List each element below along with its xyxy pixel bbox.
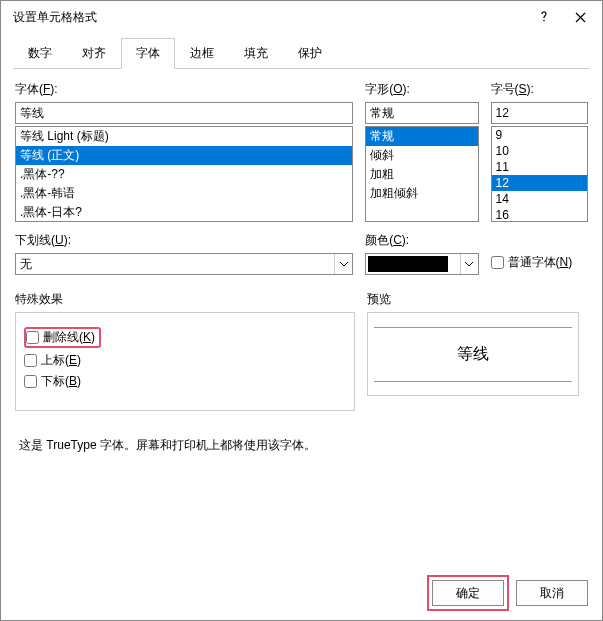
size-input[interactable]	[491, 102, 588, 124]
subscript-label: 下标(B)	[41, 373, 81, 390]
preview-title: 预览	[367, 291, 588, 308]
list-item[interactable]: 14	[492, 191, 587, 207]
color-select[interactable]	[365, 253, 478, 275]
subscript-row[interactable]: 下标(B)	[24, 373, 346, 390]
size-listbox[interactable]: 9 10 11 12 14 16	[491, 126, 588, 222]
tab-number[interactable]: 数字	[13, 38, 67, 69]
superscript-label: 上标(E)	[41, 352, 81, 369]
tab-font[interactable]: 字体	[121, 38, 175, 69]
subscript-checkbox[interactable]	[24, 375, 37, 388]
list-item[interactable]: 10	[492, 143, 587, 159]
list-item[interactable]: 9	[492, 127, 587, 143]
preview-box: 等线	[367, 312, 579, 396]
strikethrough-label: 删除线(K)	[43, 329, 95, 346]
underline-label: 下划线(U):	[15, 232, 353, 249]
effects-title: 特殊效果	[15, 291, 355, 308]
tab-align[interactable]: 对齐	[67, 38, 121, 69]
list-item[interactable]: .黑体-韩语	[16, 184, 352, 203]
list-item[interactable]: 等线 Light (标题)	[16, 127, 352, 146]
help-button[interactable]	[526, 3, 562, 31]
tab-protect[interactable]: 保护	[283, 38, 337, 69]
style-label: 字形(O):	[365, 81, 478, 98]
list-item[interactable]: 加粗	[366, 165, 477, 184]
superscript-checkbox[interactable]	[24, 354, 37, 367]
ok-button[interactable]: 确定	[432, 580, 504, 606]
svg-point-0	[543, 20, 545, 22]
list-item[interactable]: 12	[492, 175, 587, 191]
list-item[interactable]: 倾斜	[366, 146, 477, 165]
normal-font-label: 普通字体(N)	[508, 254, 573, 271]
tab-strip: 数字 对齐 字体 边框 填充 保护	[13, 37, 590, 69]
style-listbox[interactable]: 常规 倾斜 加粗 加粗倾斜	[365, 126, 478, 222]
tab-border[interactable]: 边框	[175, 38, 229, 69]
underline-select[interactable]: 无	[15, 253, 353, 275]
underline-value: 无	[16, 254, 334, 274]
list-item[interactable]: 等线 (正文)	[16, 146, 352, 165]
list-item[interactable]: 加粗倾斜	[366, 184, 477, 203]
info-text: 这是 TrueType 字体。屏幕和打印机上都将使用该字体。	[19, 437, 588, 454]
font-label: 字体(F):	[15, 81, 353, 98]
color-label: 颜色(C):	[365, 232, 478, 249]
tab-fill[interactable]: 填充	[229, 38, 283, 69]
dialog-title: 设置单元格格式	[13, 9, 526, 26]
normal-font-checkbox[interactable]: 普通字体(N)	[491, 254, 588, 271]
list-item[interactable]: .黑体-??	[16, 165, 352, 184]
font-listbox[interactable]: 等线 Light (标题) 等线 (正文) .黑体-?? .黑体-韩语 .黑体-…	[15, 126, 353, 222]
cancel-button[interactable]: 取消	[516, 580, 588, 606]
list-item[interactable]: .黑体-日本?	[16, 203, 352, 222]
style-input[interactable]	[365, 102, 478, 124]
list-item[interactable]: 16	[492, 207, 587, 222]
list-item[interactable]: 常规	[366, 127, 477, 146]
strikethrough-highlight: 删除线(K)	[24, 327, 101, 348]
color-swatch	[368, 256, 448, 272]
chevron-down-icon[interactable]	[460, 254, 478, 274]
effects-group: 删除线(K) 上标(E) 下标(B)	[15, 312, 355, 411]
list-item[interactable]: 11	[492, 159, 587, 175]
superscript-row[interactable]: 上标(E)	[24, 352, 346, 369]
dialog-content: 字体(F): 等线 Light (标题) 等线 (正文) .黑体-?? .黑体-…	[1, 69, 602, 466]
close-button[interactable]	[562, 3, 598, 31]
chevron-down-icon[interactable]	[334, 254, 352, 274]
preview-text: 等线	[374, 327, 572, 382]
size-label: 字号(S):	[491, 81, 588, 98]
normal-font-input[interactable]	[491, 256, 504, 269]
titlebar: 设置单元格格式	[1, 1, 602, 33]
dialog-buttons: 确定 取消	[432, 580, 588, 606]
font-input[interactable]	[15, 102, 353, 124]
strikethrough-checkbox[interactable]	[26, 331, 39, 344]
